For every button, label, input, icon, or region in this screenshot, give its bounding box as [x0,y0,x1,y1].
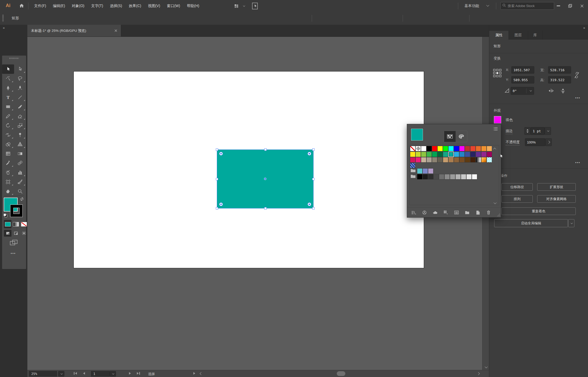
magic-wand-tool[interactable] [2,74,14,83]
color-swatch[interactable] [439,174,444,179]
center-point[interactable] [264,178,266,180]
color-swatch[interactable] [437,152,443,157]
menu-item[interactable]: 编辑(E) [50,4,69,8]
selection-handle[interactable] [216,207,218,210]
color-swatch[interactable] [465,157,470,163]
color-mixer-icon[interactable] [456,131,467,142]
artboard-dropdown[interactable] [110,371,116,376]
touch-workspace-icon[interactable] [252,2,258,11]
color-swatch[interactable] [487,146,492,151]
stroke-stepper[interactable] [524,127,531,135]
selection-handle[interactable] [312,207,315,210]
flip-vertical-icon[interactable] [560,88,566,94]
color-swatch[interactable] [470,152,476,157]
fill-label[interactable]: 填色 [506,118,513,122]
eraser-tool[interactable] [14,111,26,121]
chevron-down-icon[interactable] [486,4,489,7]
artboard-tool[interactable] [2,177,14,187]
rotate-tool[interactable] [2,121,14,130]
scroll-down-icon[interactable] [494,200,496,205]
swatch-libraries-icon[interactable] [411,210,416,215]
stroke-dropdown-icon[interactable] [545,127,551,135]
toolbar-drag-handle[interactable] [9,58,19,59]
direct-selection-tool[interactable] [14,64,26,74]
corner-radius-widget[interactable] [308,202,311,206]
color-swatch[interactable] [432,157,437,163]
color-swatch[interactable] [455,174,461,179]
zoom-level-dropdown[interactable] [58,371,64,376]
close-tab-icon[interactable] [114,28,117,33]
stroke-weight-value[interactable]: 1 pt [531,127,545,135]
offset-path-button[interactable]: 位移路径 [501,183,533,191]
color-swatch[interactable] [428,174,433,179]
resize-grip[interactable] [497,213,500,217]
x-value[interactable]: 1051.507 [511,66,534,74]
color-swatch[interactable] [459,146,465,151]
perspective-grid-tool[interactable] [14,140,26,149]
more-options-icon[interactable]: ••• [575,160,580,164]
color-swatch[interactable] [459,157,465,163]
scroll-right-icon[interactable] [477,372,479,375]
color-swatch[interactable] [443,152,448,157]
align-pixel-grid-button[interactable]: 对齐像素网格 [537,195,576,203]
status-play-icon[interactable] [193,372,195,375]
home-icon[interactable] [19,3,24,10]
collapse-panels-icon[interactable]: « [3,26,4,30]
workspace-switcher[interactable]: 基本功能 [464,4,479,8]
close-icon[interactable] [576,0,588,12]
draw-behind-button[interactable] [12,230,20,237]
gradient-tool[interactable] [14,149,26,158]
flip-horizontal-icon[interactable] [548,88,554,94]
previous-artboard-button[interactable] [83,372,85,375]
panel-menu-icon[interactable] [493,127,498,132]
collapse-panel-icon[interactable]: » [583,26,585,30]
first-artboard-button[interactable] [74,372,77,375]
menu-item[interactable]: 选择(S) [107,4,126,8]
color-swatch[interactable] [426,146,432,151]
hand-tool[interactable] [2,187,14,196]
color-swatch[interactable] [461,174,466,179]
color-swatch[interactable] [415,157,421,163]
selection-tool[interactable] [2,64,14,74]
color-swatch[interactable] [417,174,422,179]
color-swatch[interactable] [422,168,428,174]
next-artboard-button[interactable] [129,372,131,375]
color-swatch[interactable] [421,146,426,151]
tab-layers[interactable]: 图层 [509,31,528,40]
color-swatch[interactable] [481,146,487,151]
color-swatch[interactable] [487,152,492,157]
restore-icon[interactable] [564,0,576,12]
edit-toolbar-icon[interactable]: ••• [11,251,16,255]
tab-libraries[interactable]: 库 [528,31,543,40]
color-swatch[interactable] [410,152,415,157]
lasso-tool[interactable] [14,74,26,83]
stroke-color-indicator[interactable] [10,205,22,217]
pen-tool[interactable] [2,83,14,93]
none-button[interactable] [20,220,28,228]
width-tool[interactable] [2,130,14,140]
selection-handle[interactable] [312,148,315,151]
patblue-swatch[interactable] [410,163,415,168]
menu-item[interactable]: 帮助(H) [183,4,203,8]
scroll-left-icon[interactable] [200,372,202,375]
line-segment-tool[interactable] [14,93,26,102]
scroll-up-icon[interactable] [494,147,496,151]
color-swatch[interactable] [422,174,428,179]
expand-shape-button[interactable]: 扩展形状 [537,183,576,191]
color-swatch[interactable] [432,146,437,151]
draw-normal-button[interactable] [4,230,11,237]
zoom-tool[interactable] [14,187,26,196]
color-swatch[interactable] [426,152,432,157]
selected-color-swatch[interactable] [448,152,454,157]
folder-icon[interactable] [411,169,416,173]
color-swatch[interactable] [415,152,421,157]
document-tab[interactable]: 未标题-1* @ 25% (RGB/GPU 预览) [27,25,121,37]
height-value[interactable]: 319.522 [548,76,571,83]
fill-swatch[interactable] [494,116,501,123]
selection-handle[interactable] [216,178,218,180]
color-swatch[interactable] [421,157,426,163]
color-swatch[interactable] [466,174,472,179]
color-swatch[interactable] [454,157,459,163]
color-swatch[interactable] [443,157,448,163]
selection-handle[interactable] [264,207,267,210]
